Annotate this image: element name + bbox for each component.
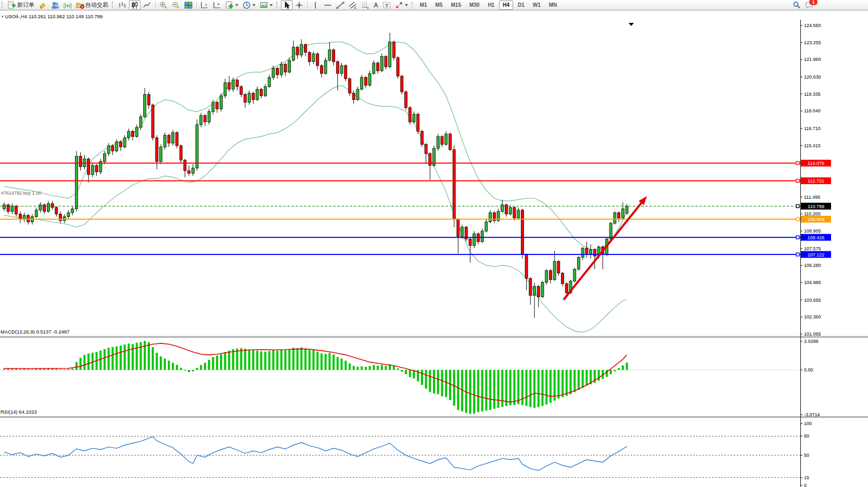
trendline-icon <box>336 1 344 9</box>
template-icon <box>260 1 268 9</box>
svg-text:118.040: 118.040 <box>804 108 821 113</box>
timeframe-MN[interactable]: MN <box>545 1 561 10</box>
fibo-f-glyph: F <box>367 6 369 9</box>
new-order-button[interactable]: 新订单 <box>6 0 36 10</box>
search-button[interactable] <box>791 0 802 10</box>
notifications-button[interactable]: 1 <box>803 0 815 10</box>
svg-text:0: 0 <box>804 483 807 487</box>
eraser-button[interactable] <box>37 0 48 10</box>
chart-shift-button[interactable] <box>211 0 223 10</box>
toolbar-group-separator <box>112 2 114 8</box>
hline-tool-button[interactable] <box>322 0 334 10</box>
chart-title: USOil-,H4 110.261 110.962 110.149 110.79… <box>5 14 103 19</box>
svg-text:107.122: 107.122 <box>808 252 825 258</box>
toolbar-group-separator <box>412 2 414 8</box>
toolbar-separator <box>196 2 197 8</box>
clock-icon <box>242 1 251 9</box>
svg-text:0.00: 0.00 <box>804 367 813 373</box>
text-tool-button[interactable]: A <box>372 0 380 10</box>
timeframe-M30[interactable]: M30 <box>466 1 483 10</box>
macd-indicator-label: MACD(12,26,9) 0.5137 -0.2487 <box>1 329 70 335</box>
vline-tool-button[interactable] <box>310 0 321 10</box>
indicators-icon <box>225 1 234 9</box>
timeframe-D1[interactable]: D1 <box>514 1 528 10</box>
svg-text:112.731: 112.731 <box>808 178 824 184</box>
timeframe-M1[interactable]: M1 <box>416 1 431 10</box>
autotrade-icon <box>76 1 84 9</box>
new-order-label: 新订单 <box>17 1 34 9</box>
zoom-out-button[interactable] <box>170 0 182 10</box>
autotrade-label: 自动交易 <box>85 1 108 9</box>
auto-scroll-button[interactable] <box>199 0 210 10</box>
eraser-icon <box>39 1 47 9</box>
community-button[interactable] <box>49 0 61 10</box>
search-icon <box>793 1 801 9</box>
fibonacci-icon: F <box>361 1 369 9</box>
rsi-indicator-label: RSI(14) 64.1023 <box>1 409 37 415</box>
svg-text:115.415: 115.415 <box>804 143 821 148</box>
users-icon <box>51 1 59 9</box>
candle-chart-button[interactable] <box>129 0 141 10</box>
indicators-button[interactable] <box>224 0 240 10</box>
timeframe-H4[interactable]: H4 <box>499 1 513 10</box>
arrows-tool-button[interactable] <box>393 0 410 10</box>
bar-chart-button[interactable] <box>117 0 128 10</box>
chart-canvas[interactable]: 124.550123.255121.960120.630119.335118.0… <box>0 20 868 487</box>
templates-caret-icon <box>270 4 273 6</box>
chart-menu-arrow-icon[interactable]: ▾ <box>2 15 4 19</box>
svg-text:120.630: 120.630 <box>804 74 821 80</box>
label-tool-button[interactable]: T <box>381 0 392 10</box>
svg-text:2.0298: 2.0298 <box>804 339 819 344</box>
svg-text:108.426: 108.426 <box>808 235 825 240</box>
svg-text:124.550: 124.550 <box>804 23 821 28</box>
signals-button[interactable] <box>62 0 73 10</box>
toolbar-separator <box>155 2 156 8</box>
bar-chart-icon <box>118 1 126 9</box>
text-tool-icon: A <box>374 2 378 9</box>
crosshair-icon <box>295 1 303 9</box>
zoom-out-icon <box>172 1 180 9</box>
svg-text:-3.0714: -3.0714 <box>804 412 820 417</box>
line-chart-icon <box>143 1 151 9</box>
cursor-icon <box>283 1 291 9</box>
indicators-caret-icon <box>235 4 238 6</box>
svg-text:116.710: 116.710 <box>804 126 821 131</box>
periods-caret-icon <box>252 4 256 6</box>
fibonacci-tool-button[interactable]: F <box>360 0 371 10</box>
cursor-tool-button[interactable] <box>281 0 292 10</box>
timeframe-M15[interactable]: M15 <box>447 1 464 10</box>
signal-icon <box>63 1 72 9</box>
text-label-icon: T <box>382 1 391 9</box>
crosshair-tool-button[interactable] <box>293 0 305 10</box>
svg-text:109.808: 109.808 <box>808 217 825 222</box>
main-toolbar: 新订单 自动交易 <box>0 0 868 10</box>
horizontal-line-icon <box>324 1 332 9</box>
tile-windows-icon <box>184 1 193 9</box>
zoom-in-icon <box>159 1 168 9</box>
svg-text:100: 100 <box>804 421 812 426</box>
periods-button[interactable] <box>241 0 257 10</box>
svg-text:107.575: 107.575 <box>804 246 821 251</box>
tile-windows-button[interactable] <box>183 0 194 10</box>
svg-text:80: 80 <box>804 433 809 439</box>
zoom-in-button[interactable] <box>158 0 169 10</box>
svg-text:15: 15 <box>804 475 809 480</box>
new-order-icon <box>8 1 16 9</box>
svg-text:50: 50 <box>804 453 809 458</box>
channel-tool-button[interactable]: E <box>347 0 359 10</box>
timeframe-toolbar: M1M5M15M30H1H4D1W1MN <box>416 1 561 10</box>
svg-text:123.255: 123.255 <box>804 40 821 45</box>
templates-button[interactable] <box>258 0 274 10</box>
candlestick-icon <box>131 1 139 9</box>
trendline-tool-button[interactable] <box>335 0 346 10</box>
timeframe-M5[interactable]: M5 <box>432 1 446 10</box>
timeframe-W1[interactable]: W1 <box>529 1 544 10</box>
line-chart-button[interactable] <box>142 0 153 10</box>
toolbar-group-separator <box>276 2 279 8</box>
svg-text:102.360: 102.360 <box>804 314 821 319</box>
autotrade-button[interactable]: 自动交易 <box>74 0 110 10</box>
svg-text:114.075: 114.075 <box>808 161 824 166</box>
timeframe-H1[interactable]: H1 <box>484 1 498 10</box>
notification-badge: 1 <box>809 0 818 6</box>
chart-window: #7614792 buy 1.00 124.550123.255121.9601… <box>0 10 868 487</box>
